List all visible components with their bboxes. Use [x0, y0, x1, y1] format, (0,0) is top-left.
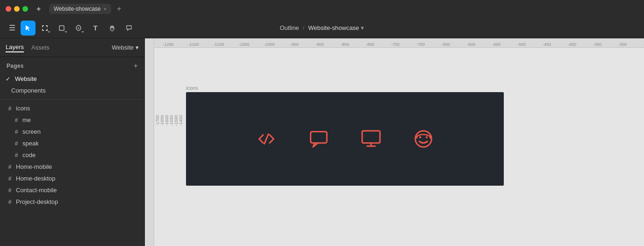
ruler-tick: -650 [442, 42, 450, 47]
ruler-tick: -850 [341, 42, 349, 47]
icon-code [254, 127, 279, 151]
layer-home-desktop[interactable]: # Home-desktop [0, 173, 144, 184]
breadcrumb-outline: Outline [280, 24, 299, 31]
canvas[interactable]: -1200 -1150 -1100 -1050 -1000 -950 -900 … [145, 38, 644, 246]
layer-label: code [22, 152, 36, 159]
ruler-tick: -900 [315, 42, 324, 47]
layer-label: me [22, 116, 31, 123]
frame-hash-icon: # [13, 117, 20, 123]
ruler-tick: -750 [391, 42, 400, 47]
text-icon: T [93, 24, 97, 32]
svg-rect-11 [311, 131, 327, 143]
frame-hash-icon: # [13, 152, 20, 159]
add-page-button[interactable]: + [134, 62, 138, 70]
tab-layers[interactable]: Layers [6, 43, 24, 52]
frame-tool[interactable] [37, 21, 52, 36]
frame-hash-icon: # [7, 164, 13, 170]
tab-assets[interactable]: Assets [31, 43, 50, 52]
tab-website[interactable]: Website ▾ [112, 44, 139, 51]
minimize-button[interactable] [14, 6, 20, 12]
breadcrumb-page[interactable]: Website-showcase ▾ [308, 24, 364, 31]
breadcrumb-separator: / [303, 24, 305, 31]
select-icon [24, 24, 32, 32]
ruler-tick: -500 [517, 42, 526, 47]
layer-project-desktop[interactable]: # Project-desktop [0, 196, 144, 208]
ruler-top: -1200 -1150 -1100 -1050 -1000 -950 -900 … [145, 38, 644, 48]
toolbar-center: Outline / Website-showcase ▾ [280, 24, 365, 31]
layer-home-mobile[interactable]: # Home-mobile [0, 161, 144, 173]
ruler-tick: -350 [593, 42, 601, 47]
layer-me[interactable]: # me [0, 114, 144, 126]
comment-icon [125, 24, 133, 32]
icon-screen [359, 127, 383, 151]
sidebar-divider [0, 99, 144, 100]
menu-button[interactable]: ☰ [6, 22, 19, 35]
menu-icon: ☰ [9, 23, 15, 32]
page-check-icon: ✓ [6, 76, 10, 82]
layer-speak[interactable]: # speak [0, 137, 144, 149]
ruler-tick: -450 [543, 42, 551, 47]
comment-tool[interactable] [122, 21, 136, 36]
layer-label: icons [16, 105, 30, 112]
svg-rect-6 [42, 29, 43, 31]
ruler-tick: -1100 [213, 42, 224, 47]
frame-hash-icon: # [7, 175, 13, 182]
sidebar: Layers Assets Website ▾ Pages + ✓ Websit… [0, 38, 145, 246]
titlebar: ✦ Website-showcase × + [0, 0, 644, 18]
close-button[interactable] [6, 6, 11, 12]
hand-tool[interactable] [105, 21, 120, 36]
frame-label-icons: icons [186, 85, 198, 91]
svg-rect-4 [42, 25, 43, 27]
layer-label: screen [22, 128, 41, 135]
icon-me [411, 127, 436, 151]
text-tool[interactable]: T [88, 21, 103, 36]
svg-point-9 [78, 27, 79, 29]
layer-label: Home-desktop [16, 175, 56, 182]
ruler-tick: -1150 [188, 42, 199, 47]
ruler-tick: -1000 [264, 42, 274, 47]
maximize-button[interactable] [22, 6, 28, 12]
shape-tool[interactable] [54, 21, 69, 36]
figma-icon: ✦ [36, 5, 42, 14]
layer-label: Project-desktop [16, 198, 58, 205]
pages-section-header: Pages + [0, 57, 144, 73]
layer-code[interactable]: # code [0, 149, 144, 161]
ruler-tick: -300 [618, 42, 627, 47]
svg-line-10 [265, 134, 269, 144]
add-tab-button[interactable]: + [117, 5, 121, 13]
page-item-components[interactable]: Components [0, 85, 144, 96]
pen-tool[interactable] [71, 21, 86, 36]
active-tab[interactable]: Website-showcase × [49, 4, 111, 14]
icon-row [186, 92, 504, 186]
tab-name: Website-showcase [54, 6, 101, 12]
svg-point-17 [426, 136, 428, 138]
page-item-website[interactable]: ✓ Website [0, 73, 144, 85]
frame-hash-icon: # [7, 187, 13, 194]
layer-screen[interactable]: # screen [0, 126, 144, 137]
frame-hash-icon: # [13, 129, 20, 135]
ruler-tick: -550 [492, 42, 501, 47]
ruler-left [145, 38, 154, 246]
design-frame-icons[interactable] [186, 92, 504, 186]
tool-dropdown-icon [47, 30, 51, 34]
canvas-content: icons -1800 -1750 -1700 -1650 -1600 -155… [154, 48, 644, 246]
svg-point-15 [415, 131, 432, 147]
ruler-tick: -1050 [238, 42, 249, 47]
sidebar-tabs: Layers Assets Website ▾ [0, 38, 144, 57]
frame-hash-icon: # [7, 199, 13, 205]
select-tool[interactable] [21, 21, 36, 36]
ruler-tick: -700 [416, 42, 425, 47]
layer-icons[interactable]: # icons [0, 102, 144, 114]
ruler-tick: -800 [366, 42, 374, 47]
layer-contact-mobile[interactable]: # Contact-mobile [0, 184, 144, 196]
tab-close-icon[interactable]: × [104, 6, 107, 12]
svg-rect-5 [47, 25, 48, 27]
frame-hash-icon: # [7, 105, 13, 112]
ruler-tick: -400 [568, 42, 576, 47]
svg-rect-8 [59, 26, 64, 30]
ruler-tick: -1200 [163, 42, 173, 47]
toolbar: ☰ [0, 18, 644, 38]
pen-dropdown-icon [81, 30, 85, 34]
traffic-lights [6, 6, 28, 12]
svg-rect-12 [362, 131, 380, 143]
